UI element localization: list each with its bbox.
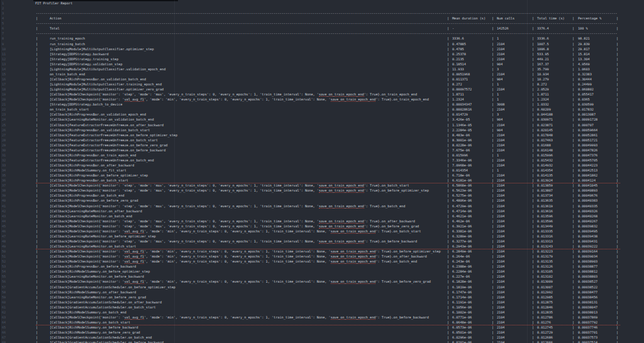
action-cell: |on_train_batch_start: [36, 107, 447, 112]
column-separator-pipe: |: [532, 198, 534, 203]
total-time-cell: |3336.6: [532, 36, 572, 41]
line-number: 19: [2, 92, 6, 97]
misspelled-token: save_on_train_epoch_end: [319, 219, 364, 224]
row-end-pipe: |: [616, 97, 620, 102]
row-end-pipe: |: [616, 224, 620, 229]
num-calls-cell: |2104: [492, 148, 532, 153]
mean-duration-cell: |0.4785: [447, 46, 492, 52]
misspelled-token: val_avg_f1: [125, 254, 144, 259]
row-end-pipe: |: [616, 219, 620, 224]
header-line: 4|Action|Mean duration (s)|Num calls|Tot…: [0, 16, 644, 21]
column-separator-pipe: |: [572, 193, 574, 198]
column-separator-pipe: |: [447, 128, 449, 133]
column-separator-pipe: |: [572, 102, 574, 107]
column-separator-pipe: |: [532, 224, 534, 229]
column-separator-pipe: |: [36, 158, 38, 163]
total-time-cell: |0.01688: [532, 143, 572, 148]
total-time-cell: |0.012729: [532, 330, 572, 335]
column-separator-pipe: |: [447, 214, 449, 219]
column-separator-pipe: |: [532, 244, 534, 249]
report-row: 9|run_training_batch|0.47885|2104|1007.5…: [0, 41, 644, 46]
total-time-cell: |10.279: [532, 77, 572, 82]
column-separator-pipe: |: [36, 46, 38, 52]
line-number: 65: [2, 325, 6, 330]
total-time-cell: |0.013313: [532, 239, 572, 244]
report-row: 53|[Callback]RichProgressBar.on_before_b…: [0, 264, 644, 269]
column-separator-pipe: |: [572, 87, 574, 92]
column-separator-pipe: |: [36, 16, 38, 21]
line-number: 16: [2, 77, 6, 82]
action-cell: |[Callback]RichProgressBar.on_validation…: [36, 112, 447, 117]
line-number: 9: [2, 41, 4, 46]
action-cell: |[Callback]FeatureExtractorFreezeUnfreez…: [36, 138, 447, 143]
report-row: 24|[Callback]LearningRateMonitor.on_vali…: [0, 117, 644, 122]
column-separator-pipe: |: [492, 193, 494, 198]
column-separator-pipe: |: [36, 112, 38, 117]
line-number: 34: [2, 168, 6, 173]
percentage-cell: |0.00038903: [572, 259, 616, 264]
action-cell: |[Callback]ModelCheckpoint{'monitor': 's…: [36, 219, 447, 224]
column-separator-pipe: |: [447, 158, 449, 163]
mean-duration-cell: |6.1056e-06: [447, 305, 492, 310]
total-time-cell: |10.934: [532, 72, 572, 77]
report-row: 55|[Callback]LearningRateMonitor.on_befo…: [0, 274, 644, 279]
column-separator-pipe: |: [447, 92, 449, 97]
row-end-pipe: |: [616, 315, 620, 320]
column-separator-pipe: |: [36, 264, 38, 269]
report-row: 32|[Callback]FeatureExtractorFreezeUnfre…: [0, 158, 644, 163]
percentage-cell: |0.00091728: [572, 117, 616, 122]
column-separator-pipe: |: [447, 26, 449, 31]
action-cell: |[Callback]ModelCheckpoint{'monitor': 'v…: [36, 229, 447, 234]
column-separator-pipe: |: [532, 41, 534, 46]
column-separator-pipe: |: [532, 178, 534, 183]
line-number: 26: [2, 128, 6, 133]
num-calls-cell: |2104: [492, 163, 532, 168]
total-time-cell: |1.8711: [532, 92, 572, 97]
column-separator-pipe: |: [36, 122, 38, 128]
percentage-cell: |0.00039164: [572, 249, 616, 254]
percentage-cell: |0.00040676: [572, 193, 616, 198]
column-separator-pipe: |: [447, 36, 449, 41]
total-time-cell: |0.015432: [532, 158, 572, 163]
total-time-cell: |0.030971: [532, 117, 572, 122]
line-number: 10: [2, 46, 6, 52]
line-number: 23: [2, 112, 6, 117]
mean-duration-cell: |0.014354: [447, 168, 492, 173]
column-separator-pipe: |: [36, 153, 38, 158]
column-separator-pipe: |: [36, 102, 38, 107]
line-number: 11: [2, 52, 6, 57]
column-separator-pipe: |: [572, 128, 574, 133]
total-time-cell: |0.013335: [532, 229, 572, 234]
column-separator-pipe: |: [492, 16, 494, 21]
report-row: 62|[Callback]RichModelSummary.on_batch_e…: [0, 310, 644, 315]
column-separator-pipe: |: [572, 219, 574, 224]
column-separator-pipe: |: [532, 310, 534, 315]
percentage-cell: |0.000707: [572, 122, 616, 128]
action-cell: |[Callback]FeatureExtractorFreezeUnfreez…: [36, 158, 447, 163]
num-calls-cell: |2104: [492, 340, 532, 343]
num-calls-cell: |2104: [492, 72, 532, 77]
column-separator-pipe: |: [572, 41, 574, 46]
column-separator-pipe: |: [492, 320, 494, 325]
row-end-pipe: |: [616, 254, 620, 259]
report-row: 48|[Callback]ModelCheckpoint{'monitor': …: [0, 239, 644, 244]
report-row: 29|[Callback]FeatureExtractorFreezeUnfre…: [0, 143, 644, 148]
total-time-cell: |0.013807: [532, 188, 572, 193]
column-separator-pipe: |: [36, 274, 38, 279]
total-time-cell: |0.015996: [532, 153, 572, 158]
misspelled-token: save_on_train_epoch_end: [319, 92, 364, 97]
line-number: 37: [2, 183, 6, 188]
column-separator-pipe: |: [447, 204, 449, 209]
percentage-cell: |0.00038456: [572, 295, 616, 300]
mean-duration-cell: |0.18514: [447, 62, 492, 67]
num-calls-cell: |142526: [492, 26, 532, 31]
column-separator-pipe: |: [532, 148, 534, 153]
num-calls-cell: |1: [492, 153, 532, 158]
column-separator-pipe: |: [572, 112, 574, 117]
column-separator-pipe: |: [36, 77, 38, 82]
report-row: 58|[Callback]RichModelSummary.on_after_b…: [0, 290, 644, 295]
row-end-pipe: |: [616, 122, 620, 128]
total-time-cell: |0.016148: [532, 148, 572, 153]
profiler-report-editor[interactable]: 1FIT Profiler Report23------------------…: [0, 1, 644, 343]
action-cell: |[Callback]RichModelSummary.on_batch_end: [36, 310, 447, 315]
